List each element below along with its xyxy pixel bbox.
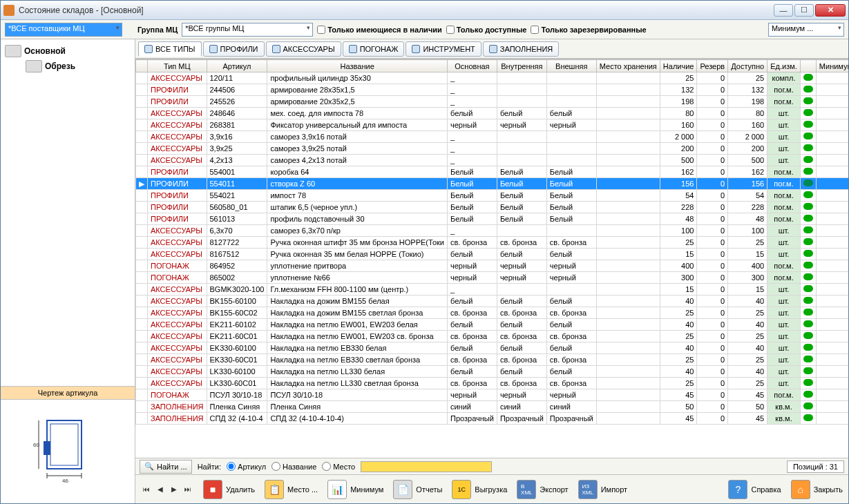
place-button[interactable]: 📋Место ... <box>265 480 318 499</box>
minimum-combo[interactable]: Минимум ... <box>768 23 844 37</box>
cell-indicator <box>800 401 816 413</box>
table-row[interactable]: АКСЕССУАРЫ120/11профильный цилиндр 35x30… <box>136 72 849 84</box>
cell-main-color: белый <box>447 366 497 378</box>
table-row[interactable]: АКСЕССУАРЫBK155-60100Накладка на дожим B… <box>136 295 849 307</box>
col-inner[interactable]: Внутренняя <box>497 60 546 72</box>
maximize-button[interactable]: ☐ <box>794 4 814 17</box>
col-outer[interactable]: Внешняя <box>546 60 596 72</box>
row-marker <box>136 354 148 366</box>
table-row[interactable]: АКСЕССУАРЫLK330-60C01Накладка на петлю L… <box>136 378 849 389</box>
main-grid[interactable]: Тип МЦ Артикул Название Основная Внутрен… <box>135 59 848 458</box>
available-checkbox[interactable]: Только доступные <box>446 26 527 34</box>
col-stock[interactable]: Наличие <box>660 60 697 72</box>
table-row[interactable]: ПОГОНАЖ864952уплотнение притворачерныйче… <box>136 260 849 272</box>
cell-unit: шт. <box>767 354 801 366</box>
nav-prev[interactable]: ◀ <box>155 484 166 495</box>
titlebar[interactable]: Состояние складов - [Основной] — ☐ ✕ <box>1 1 848 20</box>
cell-main-color: _ <box>447 143 497 155</box>
row-marker <box>136 272 148 284</box>
app-window: Состояние складов - [Основной] — ☐ ✕ *ВС… <box>0 0 849 504</box>
table-row[interactable]: ▶ПРОФИЛИ554011створка Z 60БелыйБелыйБелы… <box>136 178 849 190</box>
tree-node-main[interactable]: Основной <box>5 43 131 59</box>
group-combo[interactable]: *ВСЕ группы МЦ <box>182 23 313 37</box>
find-by-name[interactable]: Название <box>271 462 316 471</box>
col-reserve[interactable]: Резерв <box>697 60 728 72</box>
col-name[interactable]: Название <box>267 60 448 72</box>
cell-main-color: Белый <box>447 202 497 213</box>
col-marker[interactable] <box>136 60 148 72</box>
upload-button[interactable]: 1CВыгрузка <box>452 480 507 499</box>
nav-next[interactable]: ▶ <box>169 484 180 495</box>
tab-pogonazh[interactable]: ПОГОНАЖ <box>343 41 405 57</box>
find-by-place[interactable]: Место <box>322 462 355 471</box>
cell-type: ПРОФИЛИ <box>148 190 207 202</box>
table-row[interactable]: ПРОФИЛИ245526армирование 20x35x2,5_19801… <box>136 96 849 108</box>
table-row[interactable]: АКСЕССУАРЫ268381Фиксатор универсальный д… <box>136 119 849 131</box>
col-avail[interactable]: Доступно <box>728 60 767 72</box>
tab-fillings[interactable]: ЗАПОЛНЕНИЯ <box>483 41 560 57</box>
close-button[interactable]: ⌂Закрыть <box>791 480 843 499</box>
reserved-checkbox[interactable]: Только зарезервированные <box>531 26 646 34</box>
col-unit[interactable]: Ед.изм. <box>767 60 801 72</box>
delete-button[interactable]: ■Удалить <box>203 480 255 499</box>
col-type[interactable]: Тип МЦ <box>148 60 207 72</box>
find-by-article[interactable]: Артикул <box>227 462 266 471</box>
row-marker <box>136 342 148 354</box>
table-row[interactable]: АКСЕССУАРЫBGMK3020-100Гл.механизм FFH 80… <box>136 284 849 295</box>
export-button[interactable]: ВXMLЭкспорт <box>517 480 568 499</box>
table-row[interactable]: АКСЕССУАРЫEK330-60100Накладка на петлю E… <box>136 342 849 354</box>
table-row[interactable]: АКСЕССУАРЫ3,9x25саморез 3,9x25 потай_200… <box>136 143 849 155</box>
col-indicator[interactable] <box>800 60 816 72</box>
table-row[interactable]: АКСЕССУАРЫ4,2x13саморез 4,2x13 потай_500… <box>136 155 849 166</box>
col-article[interactable]: Артикул <box>207 60 267 72</box>
cell-article: 4,2x13 <box>207 155 267 166</box>
table-row[interactable]: АКСЕССУАРЫ8167512Ручка оконная 35 мм бел… <box>136 249 849 260</box>
tab-accessories[interactable]: АКСЕССУАРЫ <box>266 41 341 57</box>
cell-inner-color <box>497 84 546 96</box>
cell-article: 6,3x70 <box>207 225 267 237</box>
table-row[interactable]: АКСЕССУАРЫBK155-60C02Накладка на дожим B… <box>136 307 849 319</box>
table-row[interactable]: ЗАПОЛНЕНИЯПленка СиняяПленка Синяясинийс… <box>136 401 849 413</box>
supplier-combo[interactable]: *ВСЕ поставщики МЦ <box>5 23 122 37</box>
status-dot-icon <box>803 86 813 93</box>
table-row[interactable]: АКСЕССУАРЫ8127722Ручка оконная штифт 35 … <box>136 237 849 249</box>
table-row[interactable]: АКСЕССУАРЫEK330-60C01Накладка на петлю E… <box>136 354 849 366</box>
reports-button[interactable]: 📄Отчеты <box>393 480 442 499</box>
tab-tools[interactable]: ИНСТРУМЕНТ <box>406 41 481 57</box>
cell-type: АКСЕССУАРЫ <box>148 155 207 166</box>
tab-profiles[interactable]: ПРОФИЛИ <box>203 41 265 57</box>
table-header-row[interactable]: Тип МЦ Артикул Название Основная Внутрен… <box>136 60 849 72</box>
close-window-button[interactable]: ✕ <box>815 4 846 17</box>
import-button[interactable]: ИЗXMLИмпорт <box>578 480 627 499</box>
table-row[interactable]: АКСЕССУАРЫEK211-60C01Накладка на петлю E… <box>136 331 849 342</box>
col-main[interactable]: Основная <box>447 60 497 72</box>
nav-first[interactable]: ⏮ <box>141 484 152 495</box>
table-row[interactable]: АКСЕССУАРЫEK211-60102Накладка на петлю E… <box>136 319 849 331</box>
table-row[interactable]: ПОГОНАЖПСУЛ 30/10-18ПСУЛ 30/10-18черныйч… <box>136 389 849 401</box>
table-row[interactable]: ЗАПОЛНЕНИЯСПД 32 (4-10-4СПД 32 (4-10-4-1… <box>136 413 849 425</box>
table-row[interactable]: ПРОФИЛИ560580_01штапик 6,5 (черное упл.)… <box>136 202 849 213</box>
table-row[interactable]: АКСЕССУАРЫ6,3x70саморез 6,3x70 п/кр_1000… <box>136 225 849 237</box>
table-row[interactable]: АКСЕССУАРЫ3,9x16саморез 3,9x16 потай_2 0… <box>136 131 849 143</box>
nav-last[interactable]: ⏭ <box>182 484 193 495</box>
table-row[interactable]: АКСЕССУАРЫ248646мех. соед. для импоста 7… <box>136 108 849 119</box>
col-storage[interactable]: Место хранения <box>596 60 660 72</box>
find-button[interactable]: 🔍Найти ... <box>140 460 192 474</box>
tree-node-scrap[interactable]: Обрезь <box>5 59 131 74</box>
table-row[interactable]: ПОГОНАЖ865002уплотнение №66черныйчерныйч… <box>136 272 849 284</box>
help-button[interactable]: ?Справка <box>728 480 781 499</box>
cell-main-color: _ <box>447 84 497 96</box>
table-row[interactable]: ПРОФИЛИ561013профиль подставочный 30Белы… <box>136 213 849 225</box>
table-row[interactable]: АКСЕССУАРЫLK330-60100Накладка на петлю L… <box>136 366 849 378</box>
warehouse-tree[interactable]: Основной Обрезь <box>1 39 135 386</box>
table-row[interactable]: ПРОФИЛИ554001коробка 64БелыйБелыйБелый16… <box>136 166 849 178</box>
instock-checkbox[interactable]: Только имеющиеся в наличии <box>317 26 442 34</box>
table-row[interactable]: ПРОФИЛИ244506армирование 28x35x1,5_13201… <box>136 84 849 96</box>
cell-type: АКСЕССУАРЫ <box>148 342 207 354</box>
find-input[interactable] <box>361 461 492 472</box>
minimize-button[interactable]: — <box>774 4 793 17</box>
minimum-button[interactable]: 📊Минимум <box>327 480 383 499</box>
table-row[interactable]: ПРОФИЛИ554021импост 78БелыйБелыйБелый540… <box>136 190 849 202</box>
col-min[interactable]: Минимум <box>816 60 848 72</box>
tab-all[interactable]: ВСЕ ТИПЫ <box>138 41 202 57</box>
